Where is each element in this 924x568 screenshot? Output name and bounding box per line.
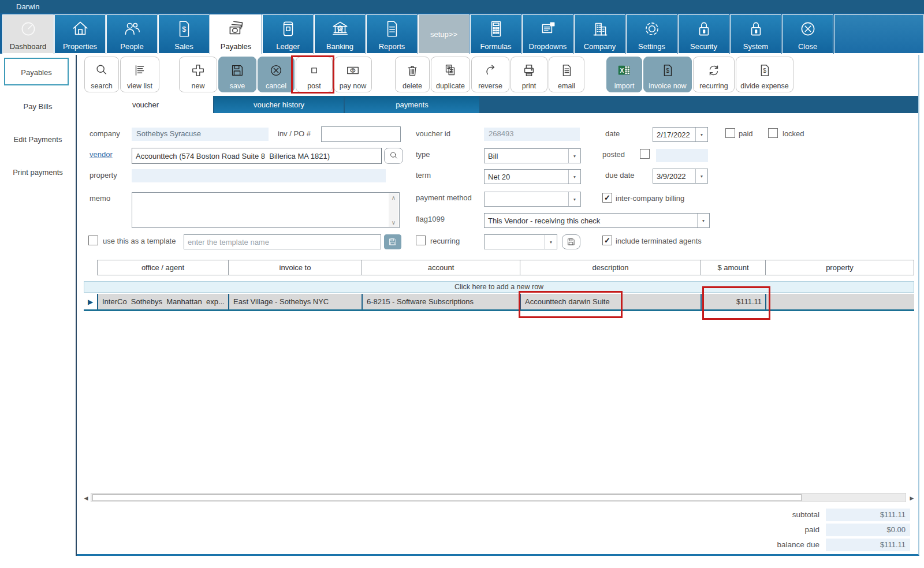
toolbar-spacer <box>373 57 395 92</box>
sidebar-item-pay-bills[interactable]: Pay Bills <box>0 101 76 113</box>
money-bills-icon <box>226 15 247 42</box>
window-title: Darwin <box>16 2 39 11</box>
inv-po-input[interactable] <box>321 126 401 142</box>
posted-checkbox[interactable] <box>640 149 650 159</box>
nav-properties[interactable]: Properties <box>54 14 106 54</box>
print-button[interactable]: print <box>511 57 547 92</box>
paid-total-value: $0.00 <box>826 524 910 536</box>
cell-account[interactable]: 6-8215 - Software Subscriptions <box>362 294 520 309</box>
dashboard-gauge-icon <box>18 15 39 42</box>
cell-amount[interactable]: $111.11 <box>701 294 766 309</box>
save-template-button[interactable] <box>384 234 401 249</box>
nav-dashboard[interactable]: Dashboard <box>2 14 54 54</box>
cell-invoice-to[interactable]: East Village - Sothebys NYC <box>228 294 362 309</box>
scroll-right-arrow[interactable]: ▶ <box>908 494 915 502</box>
tab-voucher[interactable]: voucher <box>78 96 213 113</box>
nav-payables[interactable]: Payables <box>210 14 262 54</box>
nav-banking[interactable]: $ Banking <box>314 14 366 54</box>
chevron-down-icon[interactable]: ▼ <box>568 192 580 206</box>
chevron-down-icon[interactable]: ▼ <box>568 170 580 184</box>
term-select[interactable]: Net 20 ▼ <box>484 169 581 184</box>
save-recurring-button[interactable] <box>562 234 580 249</box>
invoice-now-button[interactable]: $ invoice now <box>643 57 692 92</box>
use-template-checkbox[interactable] <box>88 236 98 245</box>
nav-sales[interactable]: $ Sales <box>158 14 210 54</box>
delete-button[interactable]: delete <box>395 57 430 92</box>
nav-setup[interactable]: setup>> <box>418 14 470 54</box>
cell-description[interactable]: Accounttech darwin Suite <box>520 294 701 309</box>
nav-dropdowns[interactable]: Dropdowns <box>522 14 573 54</box>
house-icon <box>70 15 91 42</box>
nav-security[interactable]: Security <box>678 14 729 54</box>
dollar-document-icon: $ <box>174 15 195 42</box>
reverse-button[interactable]: reverse <box>471 57 509 92</box>
include-terminated-agents-checkbox[interactable]: ✓ <box>602 236 612 245</box>
nav-close[interactable]: Close <box>782 14 833 54</box>
cancel-button[interactable]: cancel <box>258 57 295 92</box>
date-picker[interactable]: 2/17/2022 ▼ <box>653 127 708 142</box>
memo-input[interactable]: ∧ ∨ <box>132 192 400 228</box>
navbar-filler <box>834 14 924 54</box>
chevron-down-icon[interactable]: ▼ <box>697 214 709 227</box>
recurring-checkbox[interactable] <box>416 236 426 245</box>
type-select[interactable]: Bill ▼ <box>484 148 581 163</box>
floppy-disk-icon <box>230 59 245 82</box>
chevron-down-icon[interactable]: ▼ <box>545 235 557 249</box>
balance-due-label: balance due <box>712 540 819 549</box>
sidebar-item-print-payments[interactable]: Print payments <box>0 167 76 178</box>
nav-ledger[interactable]: Ledger <box>262 14 314 54</box>
vendor-search-button[interactable] <box>384 148 403 164</box>
recurring-select[interactable]: ▼ <box>484 234 557 249</box>
nav-reports[interactable]: Reports <box>366 14 418 54</box>
toolbar-spacer <box>161 57 179 92</box>
new-button[interactable]: new <box>179 57 217 92</box>
voucher-form: company Sothebys Syracuse inv / PO # ven… <box>77 113 919 263</box>
pay-now-button[interactable]: $ pay now <box>334 57 372 92</box>
import-button[interactable]: X import <box>606 57 642 92</box>
duplicate-button[interactable]: duplicate <box>431 57 470 92</box>
vendor-input[interactable] <box>132 148 382 164</box>
inter-company-billing-checkbox[interactable]: ✓ <box>602 193 612 203</box>
nav-people[interactable]: People <box>106 14 158 54</box>
cell-office-agent[interactable]: InterCo Sothebys Manhattan exp... <box>97 294 229 309</box>
view-list-button[interactable]: view list <box>120 57 159 92</box>
include-terminated-agents-label: include terminated agents <box>616 237 702 245</box>
nav-settings[interactable]: Settings <box>626 14 677 54</box>
scroll-up-icon[interactable]: ∧ <box>392 195 396 201</box>
sidebar-item-edit-payments[interactable]: Edit Payments <box>0 134 76 145</box>
divide-expense-button[interactable]: $ divide expense <box>736 57 793 92</box>
chevron-down-icon[interactable]: ▼ <box>568 149 580 163</box>
search-button[interactable]: search <box>84 57 119 92</box>
vendor-link[interactable]: vendor <box>90 150 113 159</box>
horizontal-scrollbar[interactable] <box>91 493 906 502</box>
locked-checkbox[interactable] <box>768 128 778 138</box>
tab-payments[interactable]: payments <box>345 96 479 113</box>
row-selector[interactable]: ▶ <box>84 294 97 309</box>
chevron-down-icon[interactable]: ▼ <box>695 128 707 141</box>
template-name-input[interactable] <box>184 234 381 249</box>
paid-checkbox[interactable] <box>725 128 735 138</box>
post-button[interactable]: post <box>296 57 333 92</box>
flag1099-select[interactable]: This Vendor - receiving this check ▼ <box>484 213 710 228</box>
voucher-id-field: 268493 <box>484 128 580 141</box>
scroll-down-icon[interactable]: ∨ <box>392 219 396 226</box>
report-document-icon <box>382 15 403 42</box>
tab-voucher-history[interactable]: voucher history <box>214 96 344 113</box>
scroll-left-arrow[interactable]: ◀ <box>83 494 90 502</box>
recurring-button[interactable]: recurring <box>693 57 735 92</box>
scrollbar-thumb[interactable] <box>92 494 802 501</box>
sidebar-item-payables[interactable]: Payables <box>4 58 69 85</box>
nav-company[interactable]: Company <box>574 14 625 54</box>
add-new-row-band[interactable]: Click here to add a new row <box>84 281 914 293</box>
chevron-down-icon[interactable]: ▼ <box>695 169 707 183</box>
memo-scrollbar[interactable]: ∧ ∨ <box>389 193 398 227</box>
save-button[interactable]: save <box>218 57 256 92</box>
gear-icon <box>642 15 662 42</box>
due-date-picker[interactable]: 3/9/2022 ▼ <box>653 169 708 184</box>
nav-formulas[interactable]: Formulas <box>470 14 521 54</box>
cell-property[interactable] <box>765 294 914 309</box>
nav-system[interactable]: System <box>730 14 781 54</box>
voucher-id-label: voucher id <box>416 129 450 138</box>
email-button[interactable]: email <box>549 57 584 92</box>
payment-method-select[interactable]: ▼ <box>484 192 581 207</box>
